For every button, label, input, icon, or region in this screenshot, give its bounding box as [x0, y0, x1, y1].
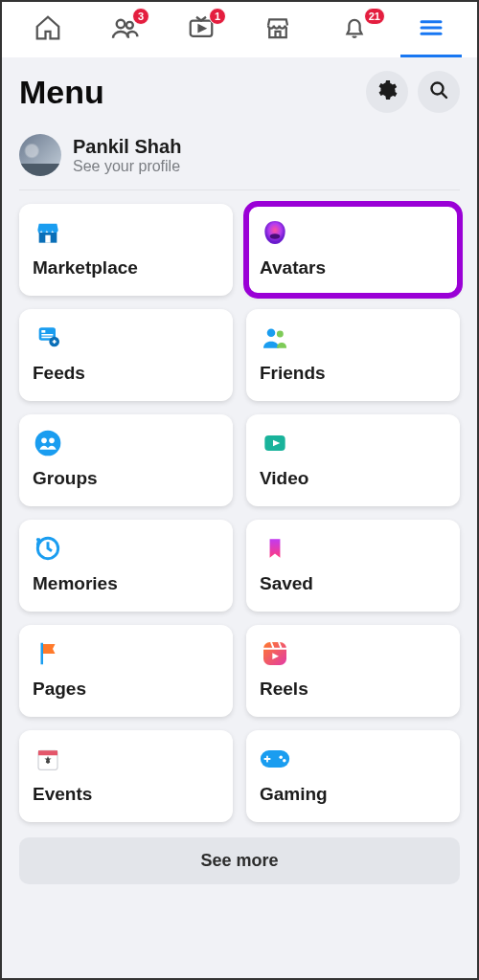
- card-feeds[interactable]: Feeds: [19, 309, 233, 401]
- profile-row[interactable]: Pankil Shah See your profile: [19, 126, 460, 190]
- feeds-icon: [33, 323, 63, 353]
- svg-point-19: [49, 438, 55, 444]
- svg-point-18: [41, 438, 47, 444]
- svg-rect-22: [41, 643, 44, 665]
- search-icon: [427, 78, 450, 105]
- card-label: Reels: [260, 679, 446, 700]
- card-label: Saved: [260, 573, 446, 594]
- avatar-blob-icon: [260, 217, 290, 248]
- svg-point-16: [277, 331, 284, 338]
- svg-rect-23: [263, 642, 286, 665]
- card-label: Marketplace: [33, 257, 219, 278]
- svg-point-27: [279, 755, 283, 759]
- calendar-icon: [33, 744, 63, 774]
- nav-menu[interactable]: [393, 2, 469, 57]
- card-label: Avatars: [260, 257, 446, 278]
- flag-icon: [33, 638, 63, 669]
- store-icon: [33, 217, 63, 248]
- svg-line-7: [442, 93, 446, 98]
- menu-grid: MarketplaceAvatarsFeedsFriendsGroupsVide…: [19, 204, 460, 822]
- nav-friends[interactable]: 3: [86, 2, 163, 57]
- svg-rect-12: [41, 334, 53, 336]
- page-title: Menu: [19, 74, 104, 111]
- nav-marketplace[interactable]: [240, 2, 316, 57]
- svg-point-9: [270, 234, 281, 238]
- card-saved[interactable]: Saved: [246, 520, 460, 612]
- reels-icon: [260, 638, 290, 669]
- header-actions: [366, 71, 460, 113]
- svg-rect-8: [45, 235, 50, 243]
- svg-point-17: [35, 431, 61, 457]
- profile-text: Pankil Shah See your profile: [73, 136, 181, 175]
- menu-header: Menu: [19, 71, 460, 113]
- card-friends[interactable]: Friends: [246, 309, 460, 401]
- hamburger-icon: [417, 13, 445, 46]
- card-video[interactable]: Video: [246, 414, 460, 506]
- card-marketplace[interactable]: Marketplace: [19, 204, 233, 296]
- card-label: Feeds: [33, 363, 219, 384]
- card-avatars[interactable]: Avatars: [246, 204, 460, 296]
- card-reels[interactable]: Reels: [246, 625, 460, 717]
- card-label: Groups: [33, 468, 219, 489]
- card-events[interactable]: Events: [19, 730, 233, 822]
- card-label: Pages: [33, 679, 219, 700]
- bookmark-icon: [260, 533, 290, 564]
- card-gaming[interactable]: Gaming: [246, 730, 460, 822]
- profile-name: Pankil Shah: [73, 136, 181, 158]
- svg-point-0: [117, 20, 125, 29]
- top-nav: 3 1 21: [2, 2, 477, 57]
- profile-sub: See your profile: [73, 158, 181, 175]
- gamepad-icon: [260, 744, 290, 774]
- videos-badge: 1: [209, 8, 226, 25]
- gear-icon: [376, 78, 399, 105]
- card-pages[interactable]: Pages: [19, 625, 233, 717]
- video-play-icon: [260, 428, 290, 458]
- svg-point-15: [267, 328, 276, 337]
- home-icon: [34, 13, 62, 46]
- settings-button[interactable]: [366, 71, 408, 113]
- card-label: Friends: [260, 363, 446, 384]
- nav-notifications[interactable]: 21: [316, 2, 393, 57]
- nav-videos[interactable]: 1: [163, 2, 240, 57]
- avatar: [19, 134, 61, 176]
- groups-icon: [33, 428, 63, 458]
- card-memories[interactable]: Memories: [19, 520, 233, 612]
- storefront-icon: [263, 13, 292, 46]
- svg-point-28: [283, 759, 286, 763]
- svg-rect-11: [41, 330, 45, 333]
- card-label: Memories: [33, 573, 219, 594]
- clock-icon: [33, 533, 63, 564]
- friends-badge: 3: [132, 8, 149, 25]
- card-label: Gaming: [260, 784, 446, 805]
- nav-home[interactable]: [10, 2, 86, 57]
- friends-icon: [260, 323, 290, 353]
- notifications-badge: 21: [364, 8, 385, 25]
- search-button[interactable]: [418, 71, 460, 113]
- card-label: Video: [260, 468, 446, 489]
- card-groups[interactable]: Groups: [19, 414, 233, 506]
- menu-page: Menu Pankil Shah See your profile Market…: [2, 57, 477, 978]
- svg-rect-25: [38, 750, 57, 755]
- svg-point-1: [126, 22, 133, 29]
- card-label: Events: [33, 784, 219, 805]
- see-more-button[interactable]: See more: [19, 837, 460, 884]
